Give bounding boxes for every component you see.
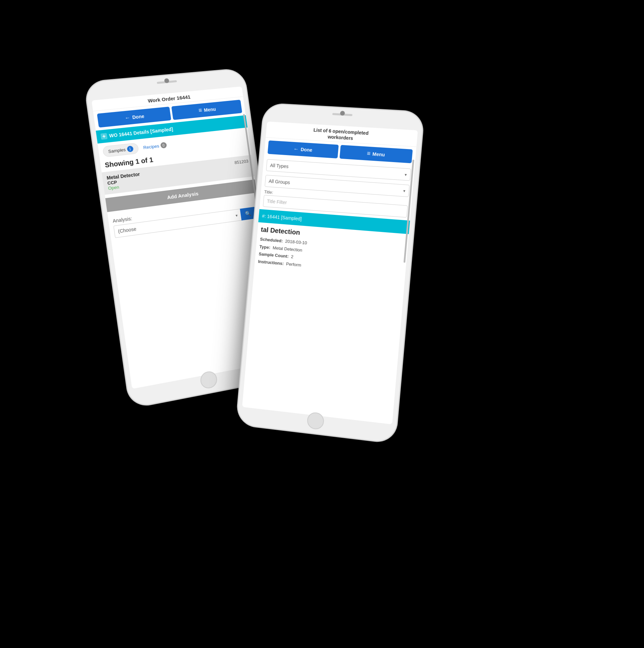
phone2-done-button[interactable]: Done <box>267 140 339 158</box>
phone1-menu-label: Menu <box>204 106 216 112</box>
scheduled-label: Scheduled: <box>260 236 283 243</box>
add-analysis-label: Add Analysis <box>167 191 199 200</box>
record-num: 851203 <box>234 158 248 165</box>
tab-recipes-badge: 0 <box>160 142 167 148</box>
phone-2-screen: List of 6 open/completed workorders Done… <box>242 121 418 424</box>
phone2-menu-lines-icon <box>366 150 370 157</box>
all-groups-value: All Groups <box>268 178 290 185</box>
plus-icon: + <box>100 133 107 139</box>
analysis-chevron-icon <box>235 212 238 218</box>
tab-samples-label: Samples <box>108 147 126 154</box>
phone2-menu-label: Menu <box>372 151 385 157</box>
type-label: Type: <box>259 244 270 250</box>
phone1-done-arrow-icon <box>125 114 131 121</box>
type-value: Metal Detection <box>273 245 303 252</box>
phone2-title-line2: workorders <box>327 134 353 141</box>
title-filter-placeholder: Title Filter <box>267 199 287 205</box>
sample-label: Sample Count: <box>258 251 289 259</box>
tab-recipes-label: Recipes <box>143 143 159 150</box>
phone2-menu-button[interactable]: Menu <box>339 145 413 163</box>
search-icon: 🔍 <box>245 210 251 217</box>
showing-text-value: Showing 1 of 1 <box>104 156 153 169</box>
instructions-value: Perform <box>286 261 302 267</box>
phone-2: List of 6 open/completed workorders Done… <box>236 103 424 443</box>
phone1-done-label: Done <box>132 113 145 120</box>
scene: Work Order 16441 Done Menu + WO 16441 De… <box>88 40 556 608</box>
tab-samples-count: 1 <box>129 147 132 151</box>
all-types-chevron-icon <box>405 172 407 177</box>
phone2-done-arrow-icon <box>293 146 299 152</box>
tab-samples-badge: 1 <box>127 145 134 152</box>
instructions-label: Instructions: <box>258 259 284 266</box>
sample-value: 2 <box>291 254 294 259</box>
phone2-done-label: Done <box>301 146 313 152</box>
tab-recipes-count: 0 <box>162 143 165 147</box>
all-types-value: All Types <box>270 163 289 169</box>
phone1-menu-lines-icon <box>198 107 202 114</box>
scheduled-value: 2018-03-10 <box>285 238 307 245</box>
phone1-title-text: Work Order 16441 <box>147 94 191 104</box>
analysis-placeholder-text: (Choose <box>118 226 137 234</box>
record-info: Metal Detector CCP Open <box>106 171 141 191</box>
phone2-title-line1: List of 6 open/completed <box>313 127 369 136</box>
wo-item-label: #: 16441 [Sampled] <box>262 213 302 222</box>
all-groups-chevron-icon <box>403 188 406 194</box>
